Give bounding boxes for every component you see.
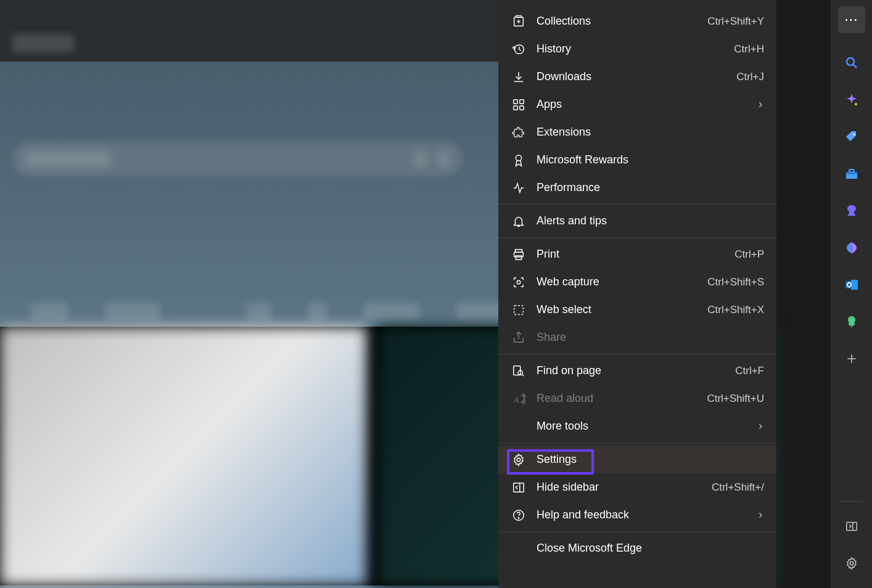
svg-line-28 <box>853 65 857 68</box>
menu-label: More tools <box>537 420 752 433</box>
menu-shortcut: Ctrl+P <box>734 248 764 261</box>
sidebar-add[interactable] <box>838 345 865 372</box>
menu-help[interactable]: Help and feedback <box>498 501 776 529</box>
performance-icon <box>511 181 527 195</box>
sidebar-search[interactable] <box>838 49 865 76</box>
gear-icon <box>511 453 527 467</box>
nav-tabs-blur <box>31 303 567 321</box>
menu-close-edge[interactable]: Close Microsoft Edge <box>498 534 776 562</box>
sidebar-divider <box>841 501 863 502</box>
svg-point-26 <box>518 517 519 518</box>
menu-label: Read aloud <box>537 392 707 405</box>
more-icon: ⋯ <box>844 12 859 28</box>
tag-icon <box>844 129 859 144</box>
menu-find[interactable]: Find on page Ctrl+F <box>498 357 776 385</box>
svg-rect-35 <box>851 280 858 290</box>
sidebar-settings[interactable] <box>838 550 865 577</box>
menu-extensions[interactable]: Extensions <box>498 118 776 146</box>
menu-shortcut: Ctrl+Shift+S <box>707 276 764 288</box>
svg-rect-14 <box>516 255 521 259</box>
svg-rect-32 <box>849 169 854 172</box>
menu-print[interactable]: Print Ctrl+P <box>498 240 776 268</box>
sidebar-toolbox[interactable] <box>838 160 865 187</box>
downloads-icon <box>511 70 527 84</box>
sidebar-more[interactable]: ⋯ <box>838 6 865 33</box>
menu-alerts[interactable]: Alerts and tips <box>498 207 776 235</box>
chevron-right-icon <box>757 101 764 108</box>
chevron-right-icon <box>757 512 764 519</box>
menu-history[interactable]: History Ctrl+H <box>498 35 776 63</box>
menu-settings[interactable]: Settings <box>498 446 776 473</box>
help-icon <box>511 508 527 522</box>
menu-label: Help and feedback <box>537 508 752 521</box>
sidebar-tag[interactable] <box>838 123 865 150</box>
menu-shortcut: Ctrl+J <box>736 71 764 83</box>
chess-icon <box>844 203 859 218</box>
sidebar-chess[interactable] <box>838 197 865 224</box>
svg-point-29 <box>855 103 857 105</box>
sidebar-outlook[interactable] <box>838 271 865 298</box>
svg-text:A: A <box>514 395 520 404</box>
menu-label: History <box>537 43 734 55</box>
content-card <box>0 327 367 586</box>
capture-icon <box>511 276 527 289</box>
svg-point-27 <box>847 58 854 65</box>
office-icon <box>844 240 859 255</box>
gear-icon <box>845 557 858 570</box>
search-box-blur <box>12 142 463 176</box>
menu-shortcut: Ctrl+Shift+Y <box>707 15 764 28</box>
menu-label: Collections <box>537 15 707 28</box>
toolbox-icon <box>844 166 859 181</box>
menu-downloads[interactable]: Downloads Ctrl+J <box>498 63 776 91</box>
chevron-right-icon <box>757 423 764 430</box>
menu-hide-sidebar[interactable]: Hide sidebar Ctrl+Shift+/ <box>498 473 776 501</box>
svg-point-30 <box>853 134 855 136</box>
find-icon <box>511 364 527 378</box>
svg-rect-16 <box>514 305 524 314</box>
menu-label: Print <box>537 248 734 261</box>
sidebar-tree[interactable] <box>838 308 865 335</box>
sidebar-sparkle[interactable] <box>838 86 865 113</box>
plus-icon <box>845 353 858 365</box>
svg-point-22 <box>517 458 520 462</box>
menu-collections[interactable]: Collections Ctrl+Shift+Y <box>498 7 776 35</box>
menu-shortcut: Ctrl+Shift+U <box>707 393 764 405</box>
menu-more-tools[interactable]: More tools <box>498 412 776 440</box>
sidebar-office[interactable] <box>838 234 865 261</box>
menu-read-aloud: A Read aloud Ctrl+Shift+U <box>498 385 776 412</box>
svg-rect-1 <box>516 15 521 17</box>
sidebar-panel-toggle[interactable] <box>838 513 865 540</box>
menu-rewards[interactable]: Microsoft Rewards <box>498 146 776 174</box>
svg-rect-23 <box>514 483 524 492</box>
menu-apps[interactable]: Apps <box>498 91 776 118</box>
svg-rect-7 <box>514 99 517 103</box>
menu-label: Settings <box>537 453 764 466</box>
rewards-icon <box>511 153 527 167</box>
apps-icon <box>511 98 527 112</box>
menu-label: Hide sidebar <box>537 481 712 494</box>
menu-label: Share <box>537 331 764 344</box>
browser-menu: Collections Ctrl+Shift+Y History Ctrl+H … <box>498 0 777 588</box>
history-icon <box>511 43 527 56</box>
menu-label: Web select <box>537 303 707 316</box>
menu-shortcut: Ctrl+Shift+/ <box>712 481 764 494</box>
sparkle-icon <box>844 92 859 107</box>
select-icon <box>511 303 527 317</box>
print-icon <box>511 248 527 261</box>
menu-shortcut: Ctrl+H <box>734 43 764 55</box>
svg-point-42 <box>850 561 853 565</box>
search-icon <box>844 55 859 70</box>
menu-performance[interactable]: Performance <box>498 174 776 202</box>
svg-point-15 <box>517 280 520 284</box>
menu-label: Alerts and tips <box>537 214 764 227</box>
right-sidebar: ⋯ <box>830 0 872 588</box>
menu-label: Close Microsoft Edge <box>537 542 764 555</box>
menu-shortcut: Ctrl+F <box>735 365 764 377</box>
menu-label: Web capture <box>537 276 707 288</box>
hidesidebar-icon <box>511 481 527 494</box>
menu-share: Share <box>498 324 776 351</box>
svg-line-20 <box>522 374 524 376</box>
menu-web-capture[interactable]: Web capture Ctrl+Shift+S <box>498 268 776 296</box>
menu-web-select[interactable]: Web select Ctrl+Shift+X <box>498 296 776 324</box>
menu-label: Find on page <box>537 364 735 377</box>
